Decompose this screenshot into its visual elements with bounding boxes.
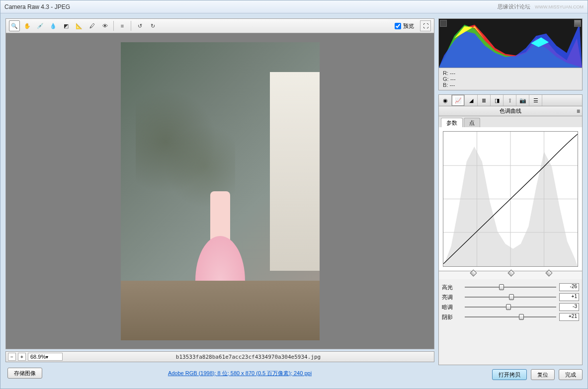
panel-title: 色调曲线 ≡ (438, 106, 583, 116)
tone-curve-area[interactable] (438, 127, 583, 271)
main-toolbar: 🔍 ✋ 💉 💧 ◩ 📐 🖊 👁 ≡ ↺ ↻ 预览 ⛶ (5, 18, 434, 33)
zoom-level-select[interactable]: 68.9% ▾ (28, 353, 63, 361)
workflow-options-link[interactable]: Adobe RGB (1998); 8 位; 580 x 870 (0.5 百万… (47, 370, 432, 377)
highlights-slider[interactable] (465, 284, 556, 291)
watermark: 思缘设计论坛 WWW.MISSYUAN.COM (498, 3, 584, 10)
panel-menu-icon[interactable]: ≡ (577, 108, 580, 115)
highlights-value[interactable]: -26 (559, 283, 579, 291)
lights-slider[interactable] (465, 294, 556, 301)
detail-tab-icon[interactable]: ◢ (465, 95, 478, 106)
photo-preview (121, 42, 320, 340)
retouch-tool-icon[interactable]: 🖊 (86, 20, 97, 31)
color-sampler-tool-icon[interactable]: 💧 (48, 20, 59, 31)
save-image-button[interactable]: 存储图像 (7, 368, 42, 379)
highlights-label: 高光 (442, 284, 462, 291)
window-title: Camera Raw 4.3 - JPEG (4, 3, 70, 10)
parametric-tab[interactable]: 参数 (441, 118, 463, 127)
zoom-out-button[interactable]: − (8, 353, 16, 361)
b-value: B: --- (443, 82, 578, 88)
hand-tool-icon[interactable]: ✋ (22, 20, 33, 31)
lights-value[interactable]: +1 (559, 293, 579, 301)
filename-label: b13533fa828ba61e7acc23cf4334970a304e5934… (65, 354, 432, 360)
rgb-histogram[interactable] (438, 18, 583, 68)
shadows-slider[interactable] (465, 313, 556, 320)
split-tone-tab-icon[interactable]: ◨ (491, 95, 504, 106)
redeye-tool-icon[interactable]: 👁 (99, 20, 110, 31)
preview-label: 预览 (403, 22, 414, 30)
highlight-clip-warning-icon[interactable] (574, 20, 581, 27)
done-button[interactable]: 完成 (559, 369, 583, 380)
camera-raw-window: Camera Raw 4.3 - JPEG 思缘设计论坛 WWW.MISSYUA… (0, 0, 588, 389)
adjustment-panel-tabs: ◉ 📈 ◢ ≣ ◨ ⟟ 📷 ☰ (438, 94, 583, 106)
hsl-tab-icon[interactable]: ≣ (478, 95, 491, 106)
r-value: R: --- (443, 70, 578, 76)
g-value: G: --- (443, 76, 578, 82)
reset-button[interactable]: 复位 (531, 369, 555, 380)
lights-label: 亮调 (442, 294, 462, 301)
shadows-label: 阴影 (442, 313, 462, 321)
preview-checkbox[interactable] (395, 23, 401, 29)
rotate-ccw-icon[interactable]: ↺ (134, 20, 145, 31)
basic-tab-icon[interactable]: ◉ (439, 95, 452, 106)
footer-bar: 存储图像 Adobe RGB (1998); 8 位; 580 x 870 (0… (5, 366, 434, 380)
crop-tool-icon[interactable]: ◩ (61, 20, 72, 31)
presets-tab-icon[interactable]: ☰ (529, 95, 542, 106)
fullscreen-button[interactable]: ⛶ (420, 20, 431, 31)
preview-toggle[interactable]: 预览 (395, 22, 414, 30)
open-copy-button[interactable]: 打开拷贝 (492, 369, 527, 380)
rotate-cw-icon[interactable]: ↻ (147, 20, 158, 31)
zoom-in-button[interactable]: + (18, 353, 26, 361)
tone-curve-tab-icon[interactable]: 📈 (452, 95, 465, 106)
darks-value[interactable]: -3 (559, 303, 579, 311)
camera-cal-tab-icon[interactable]: 📷 (516, 95, 529, 106)
darks-label: 暗调 (442, 304, 462, 311)
toolbar-separator (131, 21, 131, 31)
straighten-tool-icon[interactable]: 📐 (74, 20, 84, 31)
darks-slider[interactable] (465, 304, 556, 311)
footer-right-buttons: 打开拷贝 复位 完成 (438, 369, 583, 380)
titlebar: Camera Raw 4.3 - JPEG 思缘设计论坛 WWW.MISSYUA… (0, 0, 588, 13)
curve-region-markers (438, 271, 583, 279)
white-balance-tool-icon[interactable]: 💉 (35, 20, 46, 31)
toolbar-separator (113, 21, 114, 31)
curve-sub-tabs: 参数 点 (438, 116, 583, 127)
shadow-clip-warning-icon[interactable] (440, 20, 447, 27)
shadows-value[interactable]: +21 (559, 313, 579, 321)
zoom-bar: − + 68.9% ▾ b13533fa828ba61e7acc23cf4334… (5, 351, 434, 362)
zoom-tool-icon[interactable]: 🔍 (9, 20, 20, 31)
prefs-icon[interactable]: ≡ (117, 20, 128, 31)
parametric-sliders: 高光 -26 亮调 +1 暗调 -3 阴影 +21 (438, 279, 583, 365)
image-preview-area[interactable] (5, 33, 434, 349)
point-tab[interactable]: 点 (464, 118, 480, 127)
lens-tab-icon[interactable]: ⟟ (504, 95, 516, 106)
rgb-readout: R: --- G: --- B: --- (438, 68, 583, 90)
